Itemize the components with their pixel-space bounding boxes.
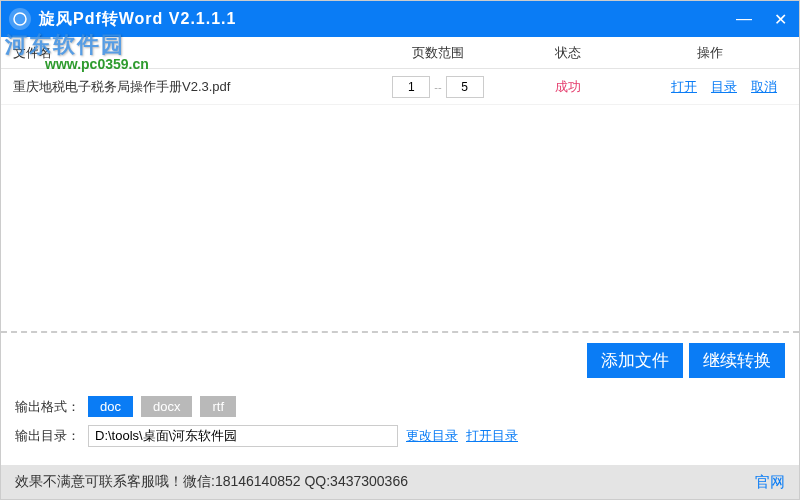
cell-actions: 打开 目录 取消 bbox=[633, 78, 787, 96]
header-action: 操作 bbox=[633, 44, 787, 62]
close-button[interactable]: ✕ bbox=[770, 10, 791, 29]
table-row: 重庆地税电子税务局操作手册V2.3.pdf -- 成功 打开 目录 取消 bbox=[1, 69, 799, 105]
range-from-input[interactable] bbox=[392, 76, 430, 98]
output-dir-input[interactable] bbox=[88, 425, 398, 447]
cancel-link[interactable]: 取消 bbox=[751, 78, 777, 96]
empty-area bbox=[1, 105, 799, 331]
footer-text: 效果不满意可联系客服哦！微信:18146140852 QQ:3437300366 bbox=[15, 473, 408, 491]
format-doc-button[interactable]: doc bbox=[88, 396, 133, 417]
official-site-link[interactable]: 官网 bbox=[755, 473, 785, 492]
header-range: 页数范围 bbox=[373, 44, 503, 62]
change-dir-link[interactable]: 更改目录 bbox=[406, 427, 458, 445]
toolbar: 添加文件 继续转换 bbox=[1, 331, 799, 382]
open-dir-link[interactable]: 打开目录 bbox=[466, 427, 518, 445]
outdir-label: 输出目录： bbox=[15, 427, 80, 445]
header-status: 状态 bbox=[503, 44, 633, 62]
app-logo-icon bbox=[9, 8, 31, 30]
format-label: 输出格式： bbox=[15, 398, 80, 416]
titlebar: 旋风Pdf转Word V2.1.1.1 — ✕ bbox=[1, 1, 799, 37]
app-title: 旋风Pdf转Word V2.1.1.1 bbox=[39, 9, 236, 30]
cell-range: -- bbox=[373, 76, 503, 98]
options-panel: 输出格式： doc docx rtf 输出目录： 更改目录 打开目录 bbox=[1, 382, 799, 465]
add-file-button[interactable]: 添加文件 bbox=[587, 343, 683, 378]
open-link[interactable]: 打开 bbox=[671, 78, 697, 96]
dir-link[interactable]: 目录 bbox=[711, 78, 737, 96]
header-filename: 文件名 bbox=[13, 44, 373, 62]
cell-status: 成功 bbox=[503, 78, 633, 96]
format-docx-button[interactable]: docx bbox=[141, 396, 192, 417]
convert-button[interactable]: 继续转换 bbox=[689, 343, 785, 378]
cell-filename: 重庆地税电子税务局操作手册V2.3.pdf bbox=[13, 78, 373, 96]
svg-point-0 bbox=[14, 13, 26, 25]
table-header: 文件名 页数范围 状态 操作 bbox=[1, 37, 799, 69]
format-rtf-button[interactable]: rtf bbox=[200, 396, 236, 417]
range-to-input[interactable] bbox=[446, 76, 484, 98]
range-separator: -- bbox=[434, 81, 441, 93]
footer: 效果不满意可联系客服哦！微信:18146140852 QQ:3437300366… bbox=[1, 465, 799, 499]
minimize-button[interactable]: — bbox=[732, 10, 756, 29]
